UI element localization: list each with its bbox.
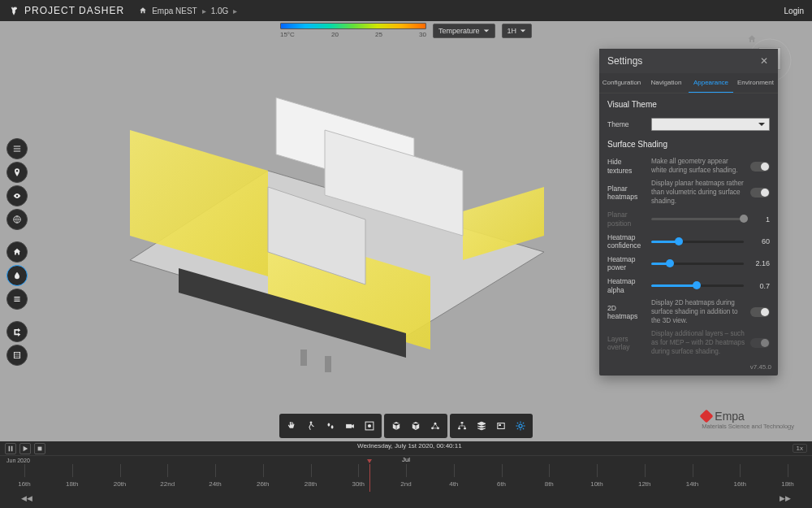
timeline-tick — [597, 464, 598, 477]
tab-appearance[interactable]: Appearance — [689, 73, 733, 93]
login-link[interactable]: Login — [784, 7, 804, 15]
capture-button[interactable] — [361, 417, 378, 435]
drop-tool[interactable] — [6, 265, 28, 286]
timeline-nav: ◀◀ ▶▶ — [0, 492, 812, 505]
theme-select[interactable] — [651, 118, 770, 131]
timeline-cursor[interactable] — [369, 464, 370, 492]
svg-point-16 — [328, 423, 330, 427]
footstep-button[interactable] — [322, 417, 339, 435]
cube-icon — [391, 420, 402, 432]
building-model-viewport[interactable] — [81, 49, 585, 374]
panel-title: Settings — [607, 55, 642, 67]
cube-button[interactable] — [387, 417, 405, 435]
timeline-next[interactable]: ▶▶ — [780, 494, 791, 502]
stack-button[interactable] — [473, 417, 490, 435]
legend-ticks: 15°C202530 — [280, 31, 426, 38]
eye-tool[interactable] — [6, 185, 28, 206]
parameter-dropdown[interactable]: Temperature — [433, 24, 495, 38]
timeline-tick-label: 6th — [497, 480, 506, 488]
timeline: Wednesday, July 1st 2020, 00:40:11 1x Ju… — [0, 441, 812, 508]
share-tool[interactable] — [6, 321, 28, 342]
panel-header: Settings ✕ — [599, 49, 778, 73]
setting-row: Planar position1 — [599, 208, 778, 230]
pin-tool[interactable] — [6, 162, 28, 183]
toggle-switch[interactable] — [750, 162, 770, 172]
timeline-tick-label: 26th — [257, 480, 270, 488]
sitemap-button[interactable] — [453, 417, 471, 435]
breadcrumb-level[interactable]: 1.0G — [211, 7, 229, 15]
svg-point-29 — [519, 424, 522, 428]
timeline-track[interactable]: 16th18th20th22nd24th26th28th30th2nd4th6t… — [0, 464, 812, 492]
timeline-tick-label: 30th — [352, 480, 365, 488]
camera-button[interactable] — [341, 417, 359, 435]
timeline-tick-label: 16th — [733, 480, 746, 488]
home-tool[interactable] — [6, 241, 28, 263]
chevron-right-icon: ▸ — [233, 7, 237, 15]
breadcrumb-home[interactable]: Empa NEST — [152, 7, 197, 15]
slider[interactable] — [651, 258, 744, 268]
setting-row: Layers overlayDisplay additional layers … — [599, 328, 778, 358]
dropdown-label: Temperature — [438, 27, 480, 35]
setting-row: Heatmap confidence60 — [599, 231, 778, 253]
view-toolbar — [279, 414, 533, 438]
brand-badge: Empa Materials Science and Technology — [702, 410, 794, 430]
setting-desc: Make all geometry appear white during su… — [651, 158, 745, 175]
surface-shading-heading: Surface Shading — [599, 133, 778, 155]
settings-panel: Settings ✕ ConfigurationNavigationAppear… — [599, 49, 778, 376]
globe-tool[interactable] — [6, 209, 28, 230]
timeline-tick — [72, 464, 73, 477]
range-dropdown[interactable]: 1H — [502, 24, 533, 38]
timeline-prev[interactable]: ◀◀ — [21, 494, 32, 502]
breadcrumb: Empa NEST ▸ 1.0G ▸ — [139, 7, 237, 15]
timeline-tick-label: 16th — [18, 480, 31, 488]
stack-icon — [476, 420, 487, 432]
setting-row: Hide texturesMake all geometry appear wh… — [599, 155, 778, 177]
layers-tool[interactable] — [6, 289, 28, 310]
svg-point-17 — [331, 425, 334, 428]
home-icon[interactable] — [139, 7, 147, 15]
pin-icon — [12, 167, 22, 177]
stop-button[interactable] — [34, 443, 45, 454]
slider[interactable] — [651, 237, 744, 246]
toggle-switch[interactable] — [750, 188, 770, 198]
close-icon[interactable]: ✕ — [758, 55, 770, 67]
hand-button[interactable] — [283, 417, 300, 435]
share-icon — [12, 327, 22, 336]
speed-select[interactable]: 1x — [793, 444, 807, 453]
svg-rect-30 — [38, 446, 42, 450]
timeline-tick — [502, 464, 503, 477]
legend-tick: 30 — [419, 31, 426, 38]
walk-button[interactable] — [302, 417, 320, 435]
legend-tick: 25 — [375, 31, 382, 38]
toolbar-separator — [6, 232, 28, 239]
setting-label: Layers overlay — [607, 335, 646, 352]
rect-button[interactable] — [492, 417, 510, 435]
timeline-tick — [311, 464, 312, 477]
viewcube-home-icon[interactable] — [747, 34, 757, 44]
film-tool[interactable] — [6, 345, 28, 366]
timeline-tick-label: 10th — [590, 480, 603, 488]
tab-navigation[interactable]: Navigation — [644, 73, 689, 93]
toggle-switch[interactable] — [750, 307, 770, 317]
tab-environment[interactable]: Environment — [733, 73, 778, 93]
svg-rect-14 — [325, 356, 331, 372]
timeline-month-split: Jul — [402, 456, 410, 463]
timeline-tick-label: 28th — [304, 480, 317, 488]
setting-label: 2D heatmaps — [607, 304, 646, 321]
legend-tick: 15°C — [280, 31, 295, 38]
layers-icon — [12, 294, 22, 304]
cube-down-button[interactable] — [407, 417, 425, 435]
tab-configuration[interactable]: Configuration — [599, 73, 644, 93]
play-button[interactable] — [19, 443, 31, 454]
model-placeholder — [81, 49, 585, 374]
gear-button[interactable] — [512, 417, 529, 435]
camera-icon — [344, 420, 356, 432]
slider[interactable] — [651, 281, 744, 291]
chevron-down-icon — [758, 120, 766, 128]
list-tool[interactable] — [6, 138, 28, 159]
molecule-button[interactable] — [426, 417, 444, 435]
pause-button[interactable] — [5, 443, 16, 454]
setting-label: Planar position — [607, 211, 646, 228]
timeline-tick-label: 4th — [449, 480, 458, 488]
drop-icon — [12, 271, 22, 280]
